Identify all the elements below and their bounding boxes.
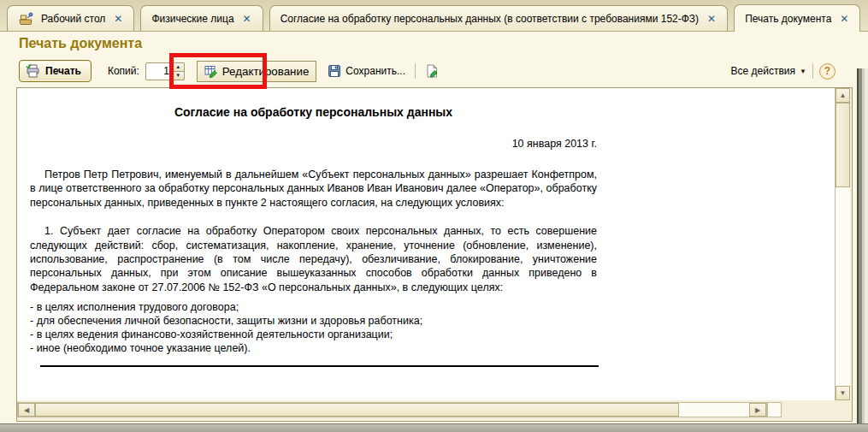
edit-button[interactable]: Редактирование [197,61,317,82]
page-title: Печать документа [19,36,142,51]
all-actions-button[interactable]: Все действия ▼ [731,65,806,77]
scroll-left-icon[interactable]: ◀ [18,403,35,417]
signature-rule [40,365,599,367]
save-icon [328,64,341,78]
horizontal-scroll-thumb[interactable] [35,403,679,417]
toolbar: Печать Копий: 1 ▲ ▼ Редактирование [19,59,836,83]
window-right-edge [857,68,868,424]
close-icon[interactable]: ✕ [839,14,849,24]
document-title: Согласие на обработку персональных данны… [30,105,597,119]
horizontal-scrollbar[interactable]: ◀ ▶ [17,402,767,417]
all-actions-label: Все действия [731,65,795,77]
tab-label: Согласие на обработку персональных данны… [280,13,699,25]
tab-consent-form[interactable]: Согласие на обработку персональных данны… [269,5,729,31]
desktop-icon [18,12,33,26]
printer-icon [26,64,40,78]
copies-input[interactable]: 1 [145,62,173,80]
help-button[interactable]: ? [819,63,836,80]
toolbar-separator [415,63,416,79]
window-bottom-edge [0,423,868,432]
close-icon[interactable]: ✕ [706,14,717,24]
document-content: Согласие на обработку персональных данны… [17,88,597,367]
document-list: - в целях исполнения трудового договора;… [30,300,597,355]
spin-up-icon[interactable]: ▲ [173,62,185,71]
scroll-right-icon[interactable]: ▶ [749,403,766,417]
send-document-button[interactable] [422,61,442,81]
scrollbar-corner [767,402,782,417]
vertical-scrollbar[interactable]: ▲ ▼ [835,88,850,400]
toolbar-separator [812,63,813,79]
tab-print-document[interactable]: Печать документа ✕ [734,4,860,32]
document-paragraph: 1. Субъект дает согласие на обработку Оп… [30,224,597,294]
document-date: 10 января 2013 г. [30,138,597,150]
document-page: Согласие на обработку персональных данны… [17,88,836,400]
chevron-down-icon: ▼ [800,68,806,75]
copies-label: Копий: [108,65,139,77]
scroll-down-icon[interactable]: ▼ [836,386,850,400]
vertical-scroll-thumb[interactable] [836,103,850,187]
document-paragraph: Петров Петр Петрович, именуемый в дальне… [30,168,597,210]
tab-bar: Рабочий стол ✕ Физические лица ✕ Согласи… [0,0,868,32]
list-item: - для обеспечения личной безопасности, з… [30,314,597,328]
list-item: - в целях ведения финансово-хозяйственно… [30,328,597,341]
spin-down-icon[interactable]: ▼ [173,71,185,80]
tab-label: Физические лица [151,13,233,25]
print-preview-area: Согласие на обработку персональных данны… [16,87,853,422]
scroll-up-icon[interactable]: ▲ [836,88,850,103]
tab-label: Рабочий стол [41,13,105,25]
list-item: - в целях исполнения трудового договора; [30,300,597,314]
save-button[interactable]: Сохранить... [324,61,409,81]
print-button-label: Печать [45,65,81,77]
tab-desktop[interactable]: Рабочий стол ✕ [7,5,134,31]
tab-strip: Рабочий стол ✕ Физические лица ✕ Согласи… [7,4,860,31]
list-item: - иное (необходимо точное указание целей… [30,341,597,355]
edit-table-icon [204,64,218,78]
edit-button-label: Редактирование [222,65,310,78]
copies-stepper: 1 ▲ ▼ [145,62,185,80]
print-button[interactable]: Печать [19,60,92,82]
tab-individuals[interactable]: Физические лица ✕ [140,5,263,31]
close-icon[interactable]: ✕ [242,14,252,24]
close-icon[interactable]: ✕ [113,14,123,24]
page-edit-icon [425,64,439,78]
tab-label: Печать документа [745,13,831,25]
save-button-label: Сохранить... [345,65,405,77]
